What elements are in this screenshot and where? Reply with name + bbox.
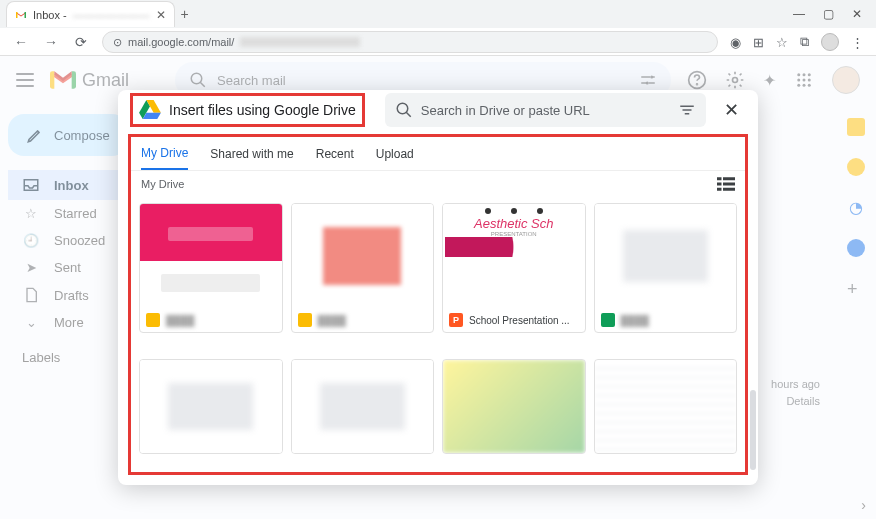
gmail-favicon bbox=[15, 9, 27, 21]
file-card[interactable]: Aesthetic Sch PRESENTATION PSchool Prese… bbox=[442, 203, 586, 333]
file-card[interactable] bbox=[291, 359, 435, 454]
file-label-row: ████ bbox=[140, 308, 282, 332]
tab-recent[interactable]: Recent bbox=[316, 137, 354, 170]
slides-icon bbox=[146, 313, 160, 327]
modal-title-highlight: Insert files using Google Drive bbox=[130, 93, 365, 127]
file-label-row: ████ bbox=[595, 308, 737, 332]
maximize-button[interactable]: ▢ bbox=[823, 7, 834, 21]
close-window-button[interactable]: ✕ bbox=[852, 7, 862, 21]
svg-rect-18 bbox=[717, 177, 722, 180]
drive-picker-modal: Insert files using Google Drive Search i… bbox=[118, 90, 758, 485]
tab-close-icon[interactable]: ✕ bbox=[156, 8, 166, 22]
drive-icon bbox=[139, 100, 161, 120]
file-name: ████ bbox=[166, 315, 194, 326]
breadcrumb-row: My Drive bbox=[131, 171, 745, 197]
file-card[interactable]: ████ bbox=[594, 203, 738, 333]
address-bar-row: ← → ⟳ ⊙ mail.google.com/mail/ ◉ ⊞ ☆ ⧉ ⋮ bbox=[0, 28, 876, 56]
svg-point-16 bbox=[397, 103, 408, 114]
extensions-icon[interactable]: ⧉ bbox=[800, 34, 809, 50]
breadcrumb[interactable]: My Drive bbox=[141, 178, 184, 190]
file-thumbnail bbox=[140, 360, 282, 453]
profile-avatar[interactable] bbox=[821, 33, 839, 51]
svg-rect-21 bbox=[723, 183, 735, 186]
file-thumbnail bbox=[292, 360, 434, 453]
modal-header: Insert files using Google Drive Search i… bbox=[118, 90, 758, 130]
tab-upload[interactable]: Upload bbox=[376, 137, 414, 170]
qr-icon[interactable]: ⊞ bbox=[753, 35, 764, 50]
file-thumbnail bbox=[292, 204, 434, 308]
site-info-icon[interactable]: ⊙ bbox=[113, 36, 122, 49]
url-bar[interactable]: ⊙ mail.google.com/mail/ bbox=[102, 31, 718, 53]
file-thumbnail: Aesthetic Sch PRESENTATION bbox=[443, 204, 585, 308]
powerpoint-icon: P bbox=[449, 313, 463, 327]
file-name: ████ bbox=[318, 315, 346, 326]
browser-menu-icon[interactable]: ⋮ bbox=[851, 35, 864, 50]
svg-rect-19 bbox=[723, 177, 735, 180]
modal-scrollbar[interactable] bbox=[750, 390, 756, 470]
svg-rect-20 bbox=[717, 183, 722, 186]
minimize-button[interactable]: — bbox=[793, 7, 805, 21]
tab-title-blur: ——————— bbox=[73, 9, 150, 21]
modal-title: Insert files using Google Drive bbox=[169, 102, 356, 118]
file-name: ████ bbox=[621, 315, 649, 326]
thumb-title: Aesthetic Sch bbox=[474, 216, 554, 231]
file-label-row: ████ bbox=[292, 308, 434, 332]
list-view-toggle[interactable] bbox=[717, 177, 735, 191]
file-card[interactable] bbox=[139, 359, 283, 454]
tab-my-drive[interactable]: My Drive bbox=[141, 137, 188, 170]
browser-right-icons: ◉ ⊞ ☆ ⧉ ⋮ bbox=[730, 33, 864, 51]
forward-button[interactable]: → bbox=[42, 34, 60, 50]
new-tab-button[interactable]: + bbox=[175, 6, 195, 22]
tab-title: Inbox - bbox=[33, 9, 67, 21]
search-icon bbox=[395, 101, 413, 119]
browser-tab[interactable]: Inbox - ——————— ✕ bbox=[6, 1, 175, 27]
url-text: mail.google.com/mail/ bbox=[128, 36, 234, 48]
back-button[interactable]: ← bbox=[12, 34, 30, 50]
search-filter-icon[interactable] bbox=[678, 101, 696, 119]
file-thumbnail bbox=[140, 204, 282, 308]
file-grid: ████ ████ Aesthetic Sch PRESENTATION PSc… bbox=[131, 197, 745, 472]
file-card[interactable] bbox=[442, 359, 586, 454]
browser-chrome: Inbox - ——————— ✕ + — ▢ ✕ ← → ⟳ ⊙ mail.g… bbox=[0, 0, 876, 56]
file-thumbnail bbox=[443, 360, 585, 453]
file-card[interactable]: ████ bbox=[291, 203, 435, 333]
side-panel-collapse-icon[interactable]: › bbox=[861, 497, 866, 513]
tab-strip: Inbox - ——————— ✕ + — ▢ ✕ bbox=[0, 0, 876, 28]
svg-rect-23 bbox=[723, 188, 735, 191]
drive-search[interactable]: Search in Drive or paste URL bbox=[385, 93, 706, 127]
drive-search-placeholder: Search in Drive or paste URL bbox=[421, 103, 590, 118]
tab-shared[interactable]: Shared with me bbox=[210, 137, 293, 170]
file-thumbnail bbox=[595, 360, 737, 453]
bookmark-icon[interactable]: ☆ bbox=[776, 35, 788, 50]
window-controls: — ▢ ✕ bbox=[793, 7, 876, 21]
picker-tabs: My Drive Shared with me Recent Upload bbox=[131, 137, 745, 171]
eye-icon[interactable]: ◉ bbox=[730, 35, 741, 50]
file-thumbnail bbox=[595, 204, 737, 308]
file-name: School Presentation ... bbox=[469, 315, 570, 326]
url-blur bbox=[240, 37, 360, 47]
slides-icon bbox=[298, 313, 312, 327]
file-card[interactable]: ████ bbox=[139, 203, 283, 333]
close-modal-button[interactable]: ✕ bbox=[716, 99, 746, 121]
reload-button[interactable]: ⟳ bbox=[72, 34, 90, 50]
sheets-icon bbox=[601, 313, 615, 327]
file-label-row: PSchool Presentation ... bbox=[443, 308, 585, 332]
svg-rect-22 bbox=[717, 188, 722, 191]
modal-body-highlight: My Drive Shared with me Recent Upload My… bbox=[128, 134, 748, 475]
svg-line-17 bbox=[406, 112, 411, 117]
file-card[interactable] bbox=[594, 359, 738, 454]
